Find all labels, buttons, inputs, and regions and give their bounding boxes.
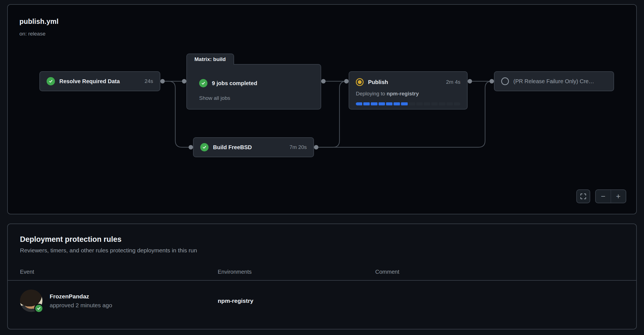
table-header-row: Event Environments Comment — [20, 269, 624, 275]
connection-dot — [160, 79, 165, 83]
progress-segment — [363, 102, 370, 105]
in-progress-icon — [356, 78, 364, 86]
environment-cell: npm-registry — [218, 298, 375, 304]
node-publish[interactable]: Publish 2m 4s Deploying to npm-registry — [349, 71, 468, 110]
workflow-graph-panel: publish.yml on: release — [7, 4, 637, 214]
page: publish.yml on: release — [0, 0, 644, 335]
fullscreen-icon — [580, 193, 586, 199]
check-circle-icon — [199, 79, 207, 87]
node-matrix-build[interactable]: 9 jobs completed Show all jobs — [186, 64, 321, 110]
progress-segment — [409, 102, 415, 105]
node-label: Build FreeBSD — [213, 144, 252, 151]
node-resolve-required-data[interactable]: Resolve Required Data 24s — [39, 71, 160, 91]
progress-segment — [386, 102, 392, 105]
progress-segment — [424, 102, 430, 105]
protection-rule-row: FrozenPandaz approved 2 minutes ago npm-… — [20, 281, 624, 312]
progress-segment — [356, 102, 362, 105]
connection-dot — [182, 79, 186, 83]
deploy-status-text: Deploying to npm-registry — [356, 91, 460, 97]
deployment-protection-panel: Deployment protection rules Reviewers, t… — [7, 224, 637, 329]
node-duration: 2m 4s — [446, 79, 460, 85]
connection-dot — [344, 79, 349, 83]
check-circle-icon — [47, 77, 55, 85]
node-pr-release-failure[interactable]: (PR Release Failure Only) Cre… — [494, 71, 614, 91]
column-header-environments: Environments — [218, 269, 375, 275]
zoom-control-group: − + — [595, 189, 626, 203]
section-title: Deployment protection rules — [20, 235, 624, 244]
connection-dot — [314, 145, 318, 149]
check-circle-icon — [200, 143, 209, 151]
fullscreen-button[interactable] — [576, 189, 590, 203]
progress-segment — [439, 102, 445, 105]
column-header-comment: Comment — [375, 269, 624, 275]
connection-dot — [468, 79, 472, 83]
node-label: 9 jobs completed — [212, 80, 257, 87]
progress-segment — [416, 102, 423, 105]
matrix-group-tab: Matrix: build — [186, 54, 234, 65]
node-label: Publish — [368, 79, 388, 85]
event-text: FrozenPandaz approved 2 minutes ago — [50, 293, 112, 309]
section-subtitle: Reviewers, timers, and other rules prote… — [20, 247, 624, 254]
plus-icon: + — [616, 192, 620, 200]
progress-segment — [454, 102, 460, 105]
node-label: (PR Release Failure Only) Cre… — [513, 78, 594, 85]
node-label: Resolve Required Data — [59, 78, 120, 85]
approval-status: approved 2 minutes ago — [50, 302, 112, 309]
avatar-wrap — [20, 290, 42, 312]
node-build-freebsd[interactable]: Build FreeBSD 7m 20s — [193, 137, 314, 157]
progress-segment — [394, 102, 400, 105]
column-header-event: Event — [20, 269, 218, 275]
zoom-in-button[interactable]: + — [611, 190, 626, 203]
progress-segment — [379, 102, 385, 105]
pending-circle-icon — [501, 77, 509, 85]
deploy-target: npm-registry — [387, 91, 419, 97]
progress-segment — [447, 102, 453, 105]
node-duration: 24s — [144, 78, 153, 84]
deploy-progress-bar — [356, 102, 460, 105]
progress-segment — [401, 102, 407, 105]
event-cell: FrozenPandaz approved 2 minutes ago — [20, 290, 218, 312]
progress-segment — [371, 102, 377, 105]
node-duration: 7m 20s — [290, 144, 307, 150]
connection-dot — [490, 79, 494, 83]
workflow-edges — [8, 5, 637, 215]
show-all-jobs-link[interactable]: Show all jobs — [199, 95, 230, 101]
connection-dot — [321, 79, 326, 83]
approved-badge-icon — [34, 304, 44, 313]
connection-dot — [189, 145, 193, 149]
zoom-out-button[interactable]: − — [596, 190, 611, 203]
minus-icon: − — [601, 192, 605, 200]
user-name: FrozenPandaz — [50, 293, 112, 300]
progress-segment — [431, 102, 438, 105]
